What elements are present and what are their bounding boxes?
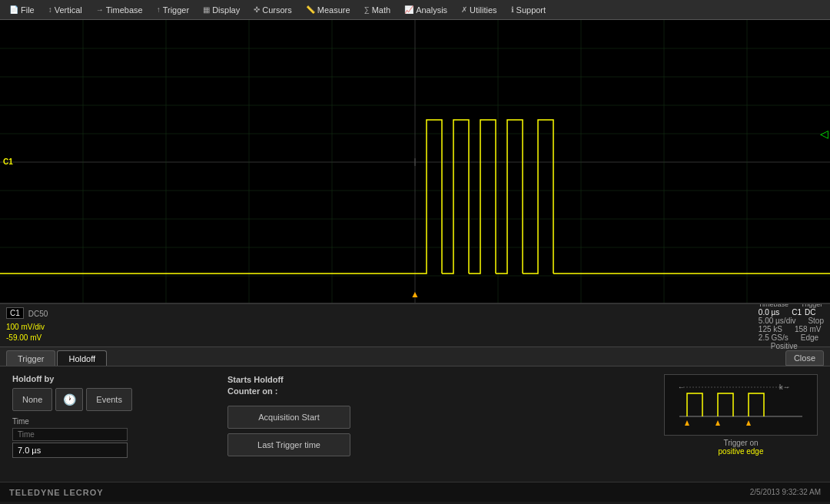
trigger-mode: Stop [808, 317, 824, 325]
dc-coupling: DC50 [28, 310, 48, 318]
menu-display[interactable]: ▦ Display [197, 2, 246, 18]
tab-trigger[interactable]: Trigger [6, 350, 55, 366]
tab-holdoff[interactable]: Holdoff [57, 350, 107, 366]
menu-file[interactable]: 📄 File [3, 2, 41, 18]
time-input-group: Time [12, 417, 212, 458]
holdoff-section: Holdoff by None 🕐 Events Time [12, 374, 212, 474]
analysis-icon: 📈 [404, 5, 413, 14]
trigger-on-label: Trigger on [723, 439, 758, 447]
samples-label: 125 kS [759, 325, 782, 333]
time-label: Time [12, 417, 212, 426]
channel-badge: C1 [6, 307, 24, 319]
svg-marker-26 [746, 420, 751, 426]
time-placeholder-field[interactable] [12, 428, 128, 441]
close-button[interactable]: Close [785, 350, 824, 366]
holdoff-diagram-svg: ← k→ [672, 378, 810, 432]
trigger-ch: C1 [792, 308, 802, 317]
trigger-slope: Positive [771, 342, 798, 350]
channel-label: C1 [3, 158, 13, 166]
panel-tabs: Trigger Holdoff Close [0, 347, 830, 366]
status-bar: C1 DC50 100 mV/div -59.00 mV Timebase Tr… [0, 304, 830, 347]
cursors-icon: ✜ [254, 5, 260, 14]
starts-title: Starts Holdoff Counter on : [227, 374, 366, 398]
menu-bar: 📄 File ↕ Vertical → Timebase ↑ Trigger ▦… [0, 0, 830, 20]
support-icon: ℹ [511, 5, 514, 14]
measure-icon: 📏 [306, 5, 315, 14]
time-value-field[interactable] [12, 443, 128, 458]
menu-trigger[interactable]: ↑ Trigger [151, 2, 195, 18]
last-trigger-button[interactable]: Last Trigger time [227, 433, 350, 456]
display-icon: ▦ [203, 5, 210, 14]
timebase-block: Timebase Trigger 0.0 µs C1 DC 5.00 µs/di… [759, 300, 824, 350]
menu-measure[interactable]: 📏 Measure [300, 2, 357, 18]
menu-cursors[interactable]: ✜ Cursors [247, 2, 298, 18]
trigger-diagram: ← k→ [664, 374, 818, 436]
file-icon: 📄 [9, 5, 18, 14]
vertical-icon: ↕ [48, 5, 52, 14]
sample-rate: 2.5 GS/s [759, 333, 788, 342]
brand-name: TELEDYNE LECROY [9, 488, 104, 497]
acquisition-start-button[interactable]: Acquisition Start [227, 406, 350, 429]
trigger-on-value: positive edge [719, 447, 764, 456]
menu-vertical[interactable]: ↕ Vertical [42, 2, 88, 18]
scope-grid [0, 20, 830, 303]
diagram-section: ← k→ Trigger on positive edge [664, 374, 818, 474]
utilities-icon: ✗ [461, 5, 467, 14]
holdoff-button-group: None 🕐 Events [12, 388, 212, 411]
time-per-div: 5.00 µs/div [759, 317, 796, 325]
offset: -59.00 mV [6, 333, 48, 343]
trigger-arrow: ◁ [820, 128, 828, 140]
menu-timebase[interactable]: → Timebase [90, 2, 149, 18]
svg-marker-24 [685, 420, 689, 426]
timebase-value: 0.0 µs [759, 308, 779, 317]
trigger-level: 158 mV [795, 325, 821, 333]
events-button[interactable]: Events [86, 388, 132, 411]
svg-marker-25 [715, 420, 720, 426]
holdoff-by-title: Holdoff by [12, 374, 212, 383]
trigger-icon: ↑ [157, 5, 161, 14]
menu-support[interactable]: ℹ Support [505, 2, 553, 18]
clock-button[interactable]: 🕐 [55, 388, 83, 411]
menu-math[interactable]: ∑ Math [358, 2, 397, 18]
starts-section: Starts Holdoff Counter on : Acquisition … [227, 374, 366, 474]
menu-utilities[interactable]: ✗ Utilities [455, 2, 503, 18]
volts-per-div: 100 mV/div [6, 322, 48, 333]
menu-analysis[interactable]: 📈 Analysis [398, 2, 453, 18]
datetime: 2/5/2013 9:32:32 AM [750, 488, 821, 496]
scope-display: C1 ◁ ▲ [0, 20, 830, 304]
math-icon: ∑ [364, 5, 370, 14]
timebase-icon: → [96, 5, 104, 14]
bottom-bar: TELEDYNE LECROY 2/5/2013 9:32:32 AM [0, 482, 830, 502]
panel-content: Holdoff by None 🕐 Events Time Starts Hol… [0, 366, 830, 482]
trigger-type: Edge [801, 333, 818, 342]
ch-status: C1 DC50 100 mV/div -59.00 mV [6, 307, 48, 343]
trigger-marker: ▲ [410, 289, 420, 300]
scope-settings: Timebase Trigger 0.0 µs C1 DC 5.00 µs/di… [759, 300, 824, 350]
none-button[interactable]: None [12, 388, 52, 411]
trigger-coupling: DC [805, 308, 815, 317]
